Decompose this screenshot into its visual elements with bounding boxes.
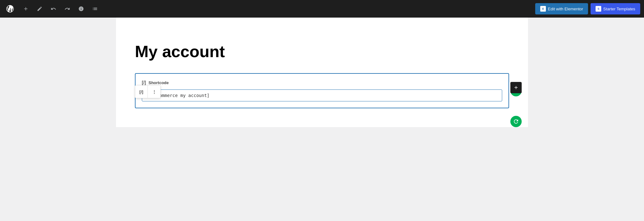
block-shortcode-icon: [/] xyxy=(139,89,143,94)
canvas-wrapper: My account [/] ⋮ [/] Shortcode xyxy=(116,18,528,127)
add-block-section: + xyxy=(510,82,522,93)
edit-with-elementor-button[interactable]: E Edit with Elementor xyxy=(535,3,588,14)
shortcode-header: [/] Shortcode xyxy=(142,80,502,85)
add-block-toolbar-button[interactable] xyxy=(20,3,31,14)
add-block-button[interactable]: + xyxy=(510,82,522,93)
shortcode-header-label: Shortcode xyxy=(148,80,169,85)
refresh-icon-bottom[interactable] xyxy=(510,116,522,127)
shortcode-input[interactable] xyxy=(142,89,502,101)
undo-toolbar-button[interactable] xyxy=(48,3,59,14)
elementor-icon: E xyxy=(540,6,546,12)
starter-templates-button[interactable]: S Starter Templates xyxy=(591,3,640,14)
edit-toolbar-button[interactable] xyxy=(34,3,45,14)
block-options-btn[interactable]: ⋮ xyxy=(148,85,160,98)
starter-templates-icon: S xyxy=(596,6,601,12)
block-options-icon: ⋮ xyxy=(152,89,156,94)
list-view-toolbar-button[interactable] xyxy=(89,3,101,14)
wp-logo[interactable] xyxy=(4,3,16,15)
starter-templates-label: Starter Templates xyxy=(603,7,635,11)
page-title: My account xyxy=(135,43,509,61)
shortcode-block-toolbar-btn[interactable]: [/] xyxy=(135,85,148,98)
info-toolbar-button[interactable] xyxy=(75,3,87,14)
block-toolbar: [/] ⋮ xyxy=(135,85,161,98)
main-content-area: My account [/] ⋮ [/] Shortcode xyxy=(0,18,644,221)
shortcode-block: [/] Shortcode xyxy=(135,73,509,108)
page-canvas: My account [/] ⋮ [/] Shortcode xyxy=(116,18,528,127)
edit-elementor-label: Edit with Elementor xyxy=(548,7,583,11)
shortcode-header-icon: [/] xyxy=(142,80,146,85)
plus-icon: + xyxy=(514,84,518,91)
main-toolbar: E Edit with Elementor S Starter Template… xyxy=(0,0,644,18)
redo-toolbar-button[interactable] xyxy=(62,3,73,14)
